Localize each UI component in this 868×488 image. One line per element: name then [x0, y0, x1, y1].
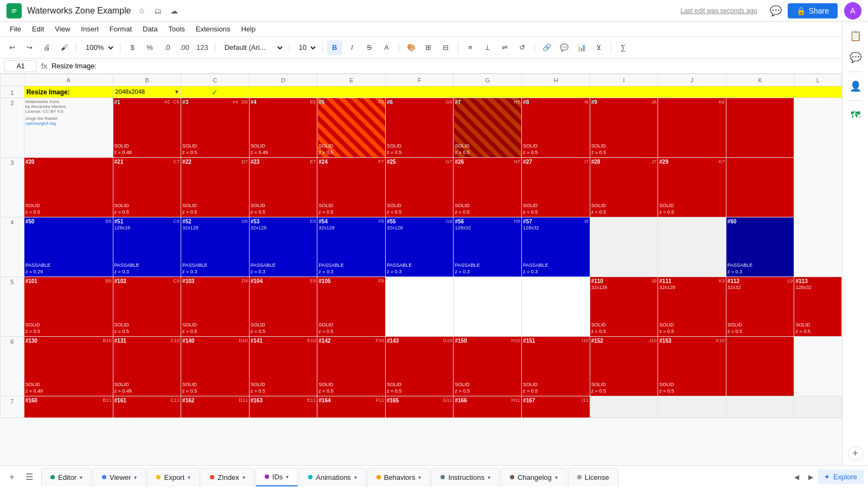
- cell-i4: [590, 217, 658, 277]
- share-button[interactable]: 🔒 Share: [788, 3, 838, 18]
- decimal-dec-button[interactable]: .0: [159, 40, 175, 55]
- explore-button[interactable]: ✦ Explore: [818, 470, 864, 484]
- menu-help[interactable]: Help: [235, 22, 261, 37]
- row-1: 1 Resize Image: 2048x2048 ▾ ✓: [1, 86, 842, 98]
- strikethrough-button[interactable]: S: [362, 40, 377, 55]
- decimal-inc-button[interactable]: .00: [177, 40, 192, 55]
- rotate-button[interactable]: ↺: [515, 40, 530, 55]
- tab-animations-arrow[interactable]: ▾: [354, 474, 357, 480]
- cell-d3: #23 E7 SOLID z = 0.5: [249, 158, 317, 217]
- tab-behaviors-arrow[interactable]: ▾: [418, 474, 421, 480]
- italic-button[interactable]: I: [344, 40, 360, 55]
- tab-viewer[interactable]: Viewer ▾: [93, 468, 146, 486]
- menu-edit[interactable]: Edit: [27, 22, 49, 37]
- menu-format[interactable]: Format: [104, 22, 137, 37]
- redo-button[interactable]: ↪: [22, 40, 37, 55]
- tab-editor-arrow[interactable]: ▾: [80, 474, 82, 480]
- valign-button[interactable]: ⊥: [480, 40, 495, 55]
- col-b-header[interactable]: B: [113, 74, 181, 86]
- cell-b1[interactable]: 2048x2048 ▾: [113, 86, 181, 98]
- tile-1: #1 C6 SOLID z = 0.48 #2: [113, 98, 181, 158]
- col-j-header[interactable]: J: [658, 74, 726, 86]
- comment-icon[interactable]: 💬: [766, 1, 786, 21]
- link-button[interactable]: 🔗: [539, 40, 554, 55]
- cell-ref-input[interactable]: [4, 60, 37, 72]
- cell-c1[interactable]: ✓: [181, 86, 250, 98]
- col-a-header[interactable]: A: [24, 74, 113, 86]
- borders-button[interactable]: ⊞: [421, 40, 436, 55]
- paint-format-button[interactable]: 🖌: [56, 40, 72, 55]
- menu-extensions[interactable]: Extensions: [190, 22, 236, 37]
- tab-instructions[interactable]: Instructions ▾: [431, 468, 499, 486]
- sidebar-doc-icon[interactable]: 📋: [846, 26, 865, 46]
- tab-behaviors[interactable]: Behaviors ▾: [367, 468, 431, 486]
- tab-editor[interactable]: Editor ▾: [41, 468, 92, 486]
- col-l-header[interactable]: L: [794, 74, 842, 86]
- col-k-header[interactable]: K: [726, 74, 794, 86]
- col-i-header[interactable]: I: [590, 74, 658, 86]
- wrap-button[interactable]: ⇌: [497, 40, 513, 55]
- menu-view[interactable]: View: [49, 22, 75, 37]
- cloud-icon[interactable]: ☁: [168, 4, 181, 17]
- cell-a1[interactable]: Resize Image:: [24, 86, 113, 98]
- tab-instructions-arrow[interactable]: ▾: [488, 474, 490, 480]
- star-icon[interactable]: ☆: [135, 4, 148, 17]
- function-button[interactable]: ∑: [616, 40, 631, 55]
- font-color-button[interactable]: A: [379, 40, 394, 55]
- menu-file[interactable]: File: [4, 22, 27, 37]
- menu-tools[interactable]: Tools: [163, 22, 190, 37]
- halign-button[interactable]: ≡: [463, 40, 478, 55]
- last-edit[interactable]: Last edit was seconds ago: [680, 7, 757, 15]
- cell-a2: Waterworks Zone by Alexandre Martins Lic…: [24, 98, 113, 158]
- tab-export[interactable]: Export ▾: [147, 468, 200, 486]
- format-123-button[interactable]: 123: [194, 40, 210, 55]
- sidebar-chat-icon[interactable]: 💬: [846, 48, 865, 67]
- explore-label: Explore: [833, 473, 857, 481]
- tab-nav-left[interactable]: ◀: [790, 471, 803, 484]
- tab-ids-arrow[interactable]: ▾: [286, 474, 289, 480]
- formula-input[interactable]: [52, 60, 864, 72]
- tab-zindex[interactable]: ZIndex ▾: [201, 468, 254, 486]
- chart-button[interactable]: 📊: [574, 40, 589, 55]
- bold-button[interactable]: B: [327, 40, 342, 55]
- merge-button[interactable]: ⊟: [438, 40, 454, 55]
- menu-data[interactable]: Data: [137, 22, 163, 37]
- tab-changelog-arrow[interactable]: ▾: [555, 474, 558, 480]
- filter-button[interactable]: ⊻: [591, 40, 607, 55]
- tab-ids[interactable]: IDs ▾: [256, 468, 298, 486]
- tab-nav-right[interactable]: ▶: [805, 471, 818, 484]
- tab-license[interactable]: License: [568, 468, 618, 486]
- all-sheets-button[interactable]: ☰: [22, 470, 37, 485]
- cell-i5: #110 32x128 J9 SOLID z = 0.5: [590, 277, 658, 337]
- col-e-header[interactable]: E: [317, 74, 386, 86]
- col-c-header[interactable]: C: [181, 74, 250, 86]
- col-d-header[interactable]: D: [249, 74, 317, 86]
- tab-instructions-label: Instructions: [448, 473, 484, 481]
- tab-export-arrow[interactable]: ▾: [188, 474, 190, 480]
- print-button[interactable]: 🖨: [39, 40, 54, 55]
- tab-changelog[interactable]: Changelog ▾: [501, 468, 567, 486]
- tab-viewer-arrow[interactable]: ▾: [134, 474, 137, 480]
- col-g-header[interactable]: G: [454, 74, 522, 86]
- menu-insert[interactable]: Insert: [75, 22, 104, 37]
- comment-button[interactable]: 💬: [557, 40, 572, 55]
- tab-dot-export: [156, 475, 161, 479]
- add-sheet-button[interactable]: +: [4, 470, 20, 485]
- font-name-select[interactable]: Default (Ari...: [220, 40, 285, 55]
- tab-animations[interactable]: Animations ▾: [299, 468, 366, 486]
- col-f-header[interactable]: F: [385, 74, 454, 86]
- cell-h5: [522, 277, 590, 337]
- tab-zindex-arrow[interactable]: ▾: [242, 474, 245, 480]
- dropdown-arrow[interactable]: ▾: [175, 88, 178, 95]
- zoom-select[interactable]: 100%: [81, 40, 116, 55]
- undo-button[interactable]: ↩: [4, 40, 20, 55]
- font-size-select[interactable]: 10: [294, 40, 318, 55]
- sep8: [534, 42, 535, 53]
- currency-button[interactable]: $: [125, 40, 140, 55]
- tile-f-row2: #5 F6 SOLID z = 0.5: [317, 98, 386, 158]
- folder-icon[interactable]: 🗂: [151, 4, 164, 17]
- fill-color-button[interactable]: 🎨: [404, 40, 419, 55]
- tile-k-row2: K6: [658, 98, 726, 158]
- col-h-header[interactable]: H: [522, 74, 590, 86]
- percent-button[interactable]: %: [142, 40, 157, 55]
